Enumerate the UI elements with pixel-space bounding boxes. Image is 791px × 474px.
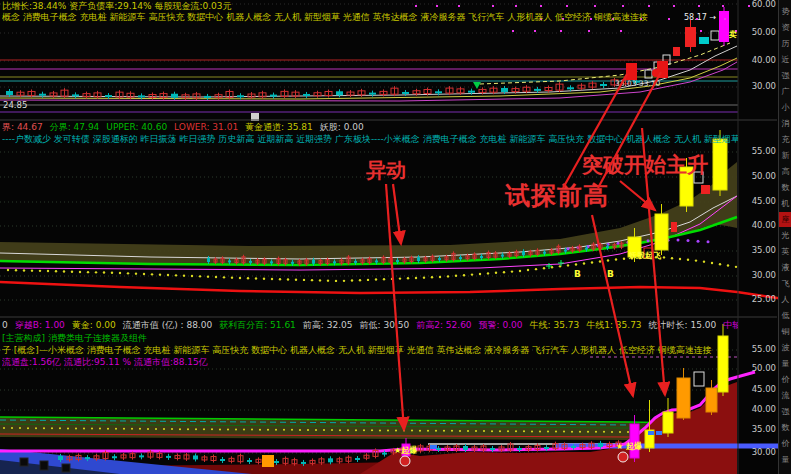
info-segment: 统计时长: 15.00 — [649, 320, 717, 330]
right-tab-strip: 势资历近强广小消充新高数机座光英液飞人低铜波量价流强数价量 — [778, 0, 791, 474]
info-segment: 前低: 30.50 — [360, 320, 410, 330]
qibao-marker-left: ★起爆 — [394, 447, 417, 455]
bot-band — [0, 417, 737, 440]
y-axis-label: 50.00 — [752, 364, 776, 373]
annotation-tupo: 突破开始主升 — [582, 155, 708, 176]
sidebar-item[interactable]: 数 — [779, 420, 791, 435]
y-axis-label: 40.00 — [752, 221, 776, 230]
annotation-yidong: 异动 — [366, 160, 406, 180]
sidebar-item[interactable]: 铜 — [779, 324, 791, 339]
annotation-shitan: 试探前高 — [505, 183, 609, 208]
info-segment: 0 — [2, 320, 8, 330]
y-axis-label: 55.00 — [752, 345, 776, 354]
info-segment: 妖股: 0.00 — [320, 122, 364, 132]
float-shares-row: 流通盘:1.56亿 流通比:95.11 % 流通市值:88.15亿 — [2, 357, 738, 368]
mid-indicator-row: 0穿越B: 1.00黄金: 0.00流通市值 (亿) : 88.00获利百分百:… — [2, 320, 738, 331]
sidebar-item[interactable]: 新 — [779, 148, 791, 163]
chart-canvas[interactable] — [0, 0, 791, 474]
main-business-row: [主营构成] 消费类电子连接器及组件 — [2, 333, 738, 344]
sidebar-item[interactable]: 座 — [779, 212, 791, 227]
sidebar-item[interactable]: 历 — [779, 36, 791, 51]
y-axis-label: 40.00 — [752, 405, 776, 414]
y-axis-label: 30.00 — [752, 448, 776, 457]
sidebar-item[interactable]: 低 — [779, 308, 791, 323]
info-segment: 牛线: 35.73 — [530, 320, 580, 330]
info-segment: 预警: 0.00 — [479, 320, 523, 330]
sidebar-item[interactable]: 流 — [779, 388, 791, 403]
qibao-marker-right: ★ 起爆 — [616, 443, 642, 451]
sidebar-item[interactable]: 英 — [779, 244, 791, 259]
sidebar-item[interactable]: 近 — [779, 52, 791, 67]
info-segment: 黄金: 0.00 — [72, 320, 116, 330]
sidebar-item[interactable]: 波 — [779, 340, 791, 355]
sidebar-item[interactable]: 量 — [779, 356, 791, 371]
sidebar-item[interactable]: 光 — [779, 228, 791, 243]
info-segment: 黄金通道: 35.81 — [245, 122, 313, 132]
signal-tags-row: ----户数减少 发可转债 深股通标的 昨日振荡 昨日强势 历史新高 近期新高 … — [2, 134, 738, 145]
y-axis-label: 40.00 — [752, 56, 776, 65]
mark-price-label: 33.03 33.10 — [615, 80, 660, 88]
annotation-yaogu: 妖股起飞 — [629, 252, 661, 260]
info-segment: LOWER: 31.01 — [174, 122, 238, 132]
sidebar-item[interactable]: 价 — [779, 436, 791, 451]
info-segment: 前高: 32.05 — [303, 320, 353, 330]
info-segment: UPPER: 40.60 — [106, 122, 167, 132]
sidebar-item[interactable]: 小 — [779, 100, 791, 115]
buy-marker-b2: B — [607, 270, 614, 279]
y-axis-label: 45.00 — [752, 197, 776, 206]
y-axis-label: 35.00 — [752, 246, 776, 255]
y-axis-label: 45.00 — [752, 385, 776, 394]
sidebar-item[interactable]: 量 — [779, 452, 791, 467]
sidebar-item[interactable]: 高 — [779, 164, 791, 179]
indicator-value-row: 界: 44.67分界: 47.94UPPER: 40.60LOWER: 31.0… — [2, 122, 738, 133]
sidebar-item[interactable]: 价 — [779, 372, 791, 387]
sidebar-item[interactable]: 消 — [779, 116, 791, 131]
sidebar-item[interactable]: 人 — [779, 292, 791, 307]
concept-row: 子 [概念]—小米概念 消费电子概念 充电桩 新能源车 高压快充 数据中心 机器… — [2, 345, 738, 356]
header-row-concepts: 概念 消费电子概念 充电桩 新能源车 高压快充 数据中心 机器人概念 无人机 新… — [2, 12, 738, 23]
y-axis-label: 50.00 — [752, 28, 776, 37]
sidebar-item[interactable]: 机 — [779, 196, 791, 211]
sidebar-item[interactable]: 资 — [779, 20, 791, 35]
trading-app: 比增长:38.44% 资产负债率:29.14% 每股现金流:0.03元 概念 消… — [0, 0, 791, 474]
y-axis-label: 55.00 — [752, 147, 776, 156]
y-axis-label: 30.00 — [752, 82, 776, 91]
sidebar-item[interactable]: 充 — [779, 132, 791, 147]
info-segment: 流通市值 (亿) : 88.00 — [123, 320, 212, 330]
info-segment: 穿越B: 1.00 — [15, 320, 65, 330]
last-price-tag: 58.17 → — [684, 14, 716, 22]
buy-marker-b1: B — [574, 270, 581, 279]
sell-marker: 卖 — [729, 31, 737, 39]
info-segment: 前高2: 52.60 — [416, 320, 471, 330]
y-axis-label: 35.00 — [752, 425, 776, 434]
y-axis-label: 60.00 — [752, 0, 776, 9]
sidebar-item[interactable]: 势 — [779, 4, 791, 19]
sidebar-item[interactable]: 广 — [779, 84, 791, 99]
header-row-financials: 比增长:38.44% 资产负债率:29.14% 每股现金流:0.03元 — [2, 1, 738, 12]
sidebar-item[interactable]: 强 — [779, 404, 791, 419]
y-axis-label: 50.00 — [752, 172, 776, 181]
sidebar-item[interactable]: 飞 — [779, 276, 791, 291]
sidebar-item[interactable]: 数 — [779, 180, 791, 195]
info-segment: 界: 44.67 — [2, 122, 43, 132]
info-segment: 获利百分百: 51.61 — [219, 320, 296, 330]
sidebar-item[interactable]: 液 — [779, 260, 791, 275]
y-axis-label: 30.00 — [752, 271, 776, 280]
info-segment: 分界: 47.94 — [50, 122, 100, 132]
sidebar-item[interactable]: 强 — [779, 68, 791, 83]
top-left-price-label: 24.85 — [3, 101, 27, 110]
info-segment: 牛线1: 35.73 — [586, 320, 641, 330]
y-axis-label: 25.00 — [752, 295, 776, 304]
info-segment: 中轴线: 42.21 — [723, 320, 738, 330]
